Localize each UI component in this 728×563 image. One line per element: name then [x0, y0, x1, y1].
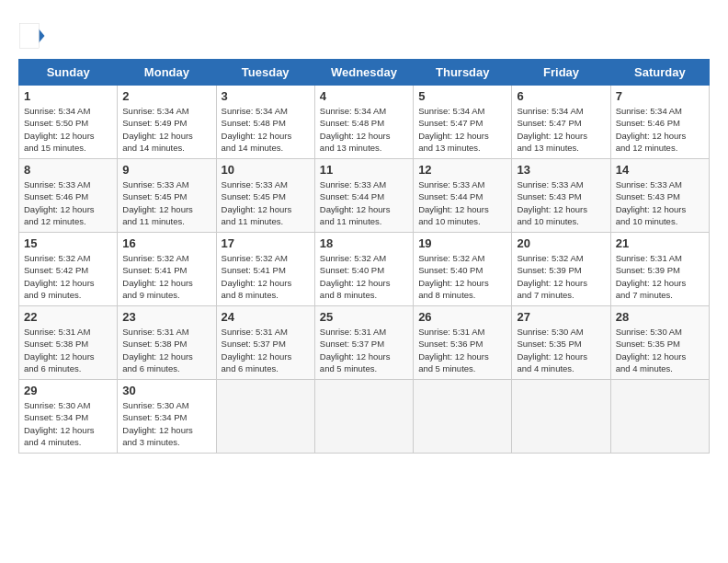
day-info: Sunrise: 5:31 AM Sunset: 5:37 PM Dayligh… [320, 326, 408, 374]
day-number: 28 [616, 310, 704, 324]
day-number: 16 [122, 236, 210, 250]
day-info: Sunrise: 5:32 AM Sunset: 5:42 PM Dayligh… [24, 252, 112, 301]
calendar-cell: 18Sunrise: 5:32 AM Sunset: 5:40 PM Dayli… [314, 233, 413, 306]
day-info: Sunrise: 5:31 AM Sunset: 5:38 PM Dayligh… [122, 326, 210, 374]
page-header [18, 18, 710, 50]
calendar-week-row: 22Sunrise: 5:31 AM Sunset: 5:38 PM Dayli… [19, 306, 710, 380]
calendar-cell: 14Sunrise: 5:33 AM Sunset: 5:43 PM Dayli… [610, 159, 709, 233]
col-monday: Monday [118, 60, 216, 86]
day-number: 3 [222, 89, 310, 103]
calendar-cell: 11Sunrise: 5:33 AM Sunset: 5:44 PM Dayli… [314, 159, 413, 233]
logo [18, 22, 50, 50]
day-info: Sunrise: 5:32 AM Sunset: 5:40 PM Dayligh… [320, 252, 408, 301]
day-number: 9 [122, 163, 210, 177]
col-wednesday: Wednesday [314, 60, 413, 86]
day-number: 6 [517, 89, 605, 103]
calendar-cell [216, 380, 314, 454]
calendar-header-row: Sunday Monday Tuesday Wednesday Thursday… [19, 60, 710, 86]
day-info: Sunrise: 5:33 AM Sunset: 5:45 PM Dayligh… [122, 178, 210, 227]
day-number: 10 [222, 163, 310, 177]
day-number: 25 [320, 310, 408, 324]
calendar-cell: 5Sunrise: 5:34 AM Sunset: 5:47 PM Daylig… [414, 86, 512, 159]
calendar-cell: 22Sunrise: 5:31 AM Sunset: 5:38 PM Dayli… [19, 306, 118, 380]
day-info: Sunrise: 5:34 AM Sunset: 5:47 PM Dayligh… [517, 105, 605, 154]
day-info: Sunrise: 5:33 AM Sunset: 5:43 PM Dayligh… [616, 178, 704, 227]
day-info: Sunrise: 5:33 AM Sunset: 5:46 PM Dayligh… [24, 178, 112, 227]
calendar-cell: 20Sunrise: 5:32 AM Sunset: 5:39 PM Dayli… [512, 233, 610, 306]
calendar-cell [314, 380, 413, 454]
calendar-cell [414, 380, 512, 454]
calendar-week-row: 15Sunrise: 5:32 AM Sunset: 5:42 PM Dayli… [19, 233, 710, 306]
calendar-week-row: 8Sunrise: 5:33 AM Sunset: 5:46 PM Daylig… [19, 159, 710, 233]
day-number: 15 [24, 236, 112, 250]
calendar-cell: 30Sunrise: 5:30 AM Sunset: 5:34 PM Dayli… [118, 380, 216, 454]
day-number: 24 [222, 310, 310, 324]
day-info: Sunrise: 5:34 AM Sunset: 5:50 PM Dayligh… [24, 105, 112, 154]
day-info: Sunrise: 5:33 AM Sunset: 5:44 PM Dayligh… [320, 178, 408, 227]
calendar-cell: 10Sunrise: 5:33 AM Sunset: 5:45 PM Dayli… [216, 159, 314, 233]
day-info: Sunrise: 5:34 AM Sunset: 5:46 PM Dayligh… [616, 105, 704, 154]
calendar-cell: 9Sunrise: 5:33 AM Sunset: 5:45 PM Daylig… [118, 159, 216, 233]
calendar-week-row: 29Sunrise: 5:30 AM Sunset: 5:34 PM Dayli… [19, 380, 710, 454]
calendar-cell: 27Sunrise: 5:30 AM Sunset: 5:35 PM Dayli… [512, 306, 610, 380]
calendar-cell: 21Sunrise: 5:31 AM Sunset: 5:39 PM Dayli… [610, 233, 709, 306]
day-number: 1 [24, 89, 112, 103]
day-info: Sunrise: 5:33 AM Sunset: 5:45 PM Dayligh… [222, 178, 310, 227]
day-info: Sunrise: 5:32 AM Sunset: 5:40 PM Dayligh… [418, 252, 506, 301]
calendar-cell: 6Sunrise: 5:34 AM Sunset: 5:47 PM Daylig… [512, 86, 610, 159]
calendar-cell: 8Sunrise: 5:33 AM Sunset: 5:46 PM Daylig… [19, 159, 118, 233]
col-sunday: Sunday [19, 60, 118, 86]
calendar-cell: 3Sunrise: 5:34 AM Sunset: 5:48 PM Daylig… [216, 86, 314, 159]
day-info: Sunrise: 5:31 AM Sunset: 5:36 PM Dayligh… [418, 326, 506, 374]
calendar-week-row: 1Sunrise: 5:34 AM Sunset: 5:50 PM Daylig… [19, 86, 710, 159]
calendar-cell: 7Sunrise: 5:34 AM Sunset: 5:46 PM Daylig… [610, 86, 709, 159]
svg-rect-2 [20, 24, 40, 49]
calendar-cell: 12Sunrise: 5:33 AM Sunset: 5:44 PM Dayli… [414, 159, 512, 233]
logo-icon [18, 22, 46, 50]
calendar-cell: 1Sunrise: 5:34 AM Sunset: 5:50 PM Daylig… [19, 86, 118, 159]
day-number: 2 [122, 89, 210, 103]
day-info: Sunrise: 5:34 AM Sunset: 5:48 PM Dayligh… [320, 105, 408, 154]
day-number: 22 [24, 310, 112, 324]
col-friday: Friday [512, 60, 610, 86]
day-number: 18 [320, 236, 408, 250]
day-number: 21 [616, 236, 704, 250]
calendar-cell: 19Sunrise: 5:32 AM Sunset: 5:40 PM Dayli… [414, 233, 512, 306]
day-number: 11 [320, 163, 408, 177]
day-number: 27 [517, 310, 605, 324]
day-info: Sunrise: 5:30 AM Sunset: 5:35 PM Dayligh… [517, 326, 605, 374]
day-number: 19 [418, 236, 506, 250]
calendar-cell: 16Sunrise: 5:32 AM Sunset: 5:41 PM Dayli… [118, 233, 216, 306]
col-tuesday: Tuesday [216, 60, 314, 86]
day-info: Sunrise: 5:33 AM Sunset: 5:43 PM Dayligh… [517, 178, 605, 227]
day-info: Sunrise: 5:32 AM Sunset: 5:41 PM Dayligh… [122, 252, 210, 301]
day-number: 23 [122, 310, 210, 324]
day-number: 14 [616, 163, 704, 177]
day-info: Sunrise: 5:30 AM Sunset: 5:34 PM Dayligh… [122, 399, 210, 448]
day-number: 20 [517, 236, 605, 250]
calendar-table: Sunday Monday Tuesday Wednesday Thursday… [18, 59, 710, 454]
calendar-cell [610, 380, 709, 454]
calendar-cell: 2Sunrise: 5:34 AM Sunset: 5:49 PM Daylig… [118, 86, 216, 159]
calendar-cell: 4Sunrise: 5:34 AM Sunset: 5:48 PM Daylig… [314, 86, 413, 159]
day-info: Sunrise: 5:32 AM Sunset: 5:39 PM Dayligh… [517, 252, 605, 301]
day-number: 13 [517, 163, 605, 177]
day-number: 29 [24, 384, 112, 397]
day-number: 4 [320, 89, 408, 103]
calendar-cell: 23Sunrise: 5:31 AM Sunset: 5:38 PM Dayli… [118, 306, 216, 380]
calendar-cell: 25Sunrise: 5:31 AM Sunset: 5:37 PM Dayli… [314, 306, 413, 380]
calendar-cell: 28Sunrise: 5:30 AM Sunset: 5:35 PM Dayli… [610, 306, 709, 380]
day-info: Sunrise: 5:30 AM Sunset: 5:35 PM Dayligh… [616, 326, 704, 374]
day-info: Sunrise: 5:34 AM Sunset: 5:48 PM Dayligh… [222, 105, 310, 154]
calendar-cell: 15Sunrise: 5:32 AM Sunset: 5:42 PM Dayli… [19, 233, 118, 306]
day-info: Sunrise: 5:33 AM Sunset: 5:44 PM Dayligh… [418, 178, 506, 227]
day-number: 17 [222, 236, 310, 250]
day-number: 12 [418, 163, 506, 177]
day-info: Sunrise: 5:31 AM Sunset: 5:38 PM Dayligh… [24, 326, 112, 374]
col-saturday: Saturday [610, 60, 709, 86]
calendar-cell: 29Sunrise: 5:30 AM Sunset: 5:34 PM Dayli… [19, 380, 118, 454]
day-info: Sunrise: 5:34 AM Sunset: 5:47 PM Dayligh… [418, 105, 506, 154]
day-number: 26 [418, 310, 506, 324]
day-info: Sunrise: 5:31 AM Sunset: 5:39 PM Dayligh… [616, 252, 704, 301]
col-thursday: Thursday [414, 60, 512, 86]
